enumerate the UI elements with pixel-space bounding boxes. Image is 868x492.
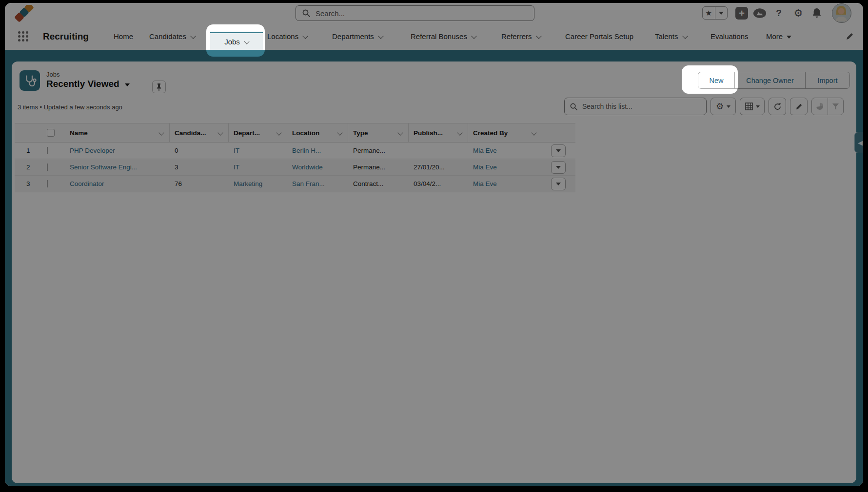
nav-item-evaluations[interactable]: Evaluations [710, 23, 749, 50]
nav-item-career-portals-setup[interactable]: Career Portals Setup [565, 23, 633, 50]
list-search-input[interactable] [581, 102, 706, 111]
favorites-star-icon[interactable]: ★ [703, 7, 715, 19]
nav-item-more[interactable]: More [766, 23, 791, 50]
column-header-type[interactable]: Type [348, 123, 409, 142]
row-actions-button[interactable] [551, 161, 566, 174]
location-link[interactable]: Berlin H... [292, 147, 321, 154]
location-link[interactable]: Worldwide [292, 164, 323, 171]
app-logo-icon [14, 5, 36, 24]
column-header-name[interactable]: Name [65, 123, 170, 142]
nav-item-candidates[interactable]: Candidates [149, 23, 195, 50]
list-search [564, 98, 707, 115]
nav-item-locations[interactable]: Locations [267, 23, 307, 50]
job-name-link[interactable]: Senior Software Engi... [70, 164, 137, 171]
nav-item-jobs[interactable]: Jobs [210, 32, 263, 50]
pin-list-view-button[interactable] [152, 81, 166, 93]
chevron-down-icon[interactable] [531, 130, 536, 135]
global-header: ★ + ? ⚙ [5, 3, 863, 23]
trailhead-icon[interactable] [752, 3, 767, 23]
chevron-down-icon[interactable] [158, 130, 164, 135]
nav-item-referral-bonuses[interactable]: Referral Bonuses [411, 23, 476, 50]
notifications-bell-icon[interactable] [810, 3, 823, 23]
type-cell: Contract... [348, 180, 409, 187]
row-checkbox[interactable] [47, 147, 48, 154]
caret-down-icon[interactable] [787, 36, 791, 39]
setup-gear-icon[interactable]: ⚙ [792, 3, 805, 23]
global-search-input[interactable] [315, 9, 534, 18]
column-header-department[interactable]: Depart... [229, 123, 287, 142]
department-link[interactable]: IT [234, 147, 239, 154]
nav-item-referrers[interactable]: Referrers [501, 23, 541, 50]
page-background: Jobs Recently Viewed 3 items • Updated a… [5, 62, 863, 486]
department-link[interactable]: Marketing [234, 180, 262, 187]
new-button[interactable]: New [698, 72, 734, 88]
type-cell: Permane... [348, 164, 409, 171]
nav-item-departments[interactable]: Departments [332, 23, 383, 50]
chevron-down-icon[interactable] [190, 33, 196, 39]
candidates-cell: 76 [170, 180, 229, 187]
app-name: Recruiting [43, 23, 89, 50]
nav-item-talents[interactable]: Talents [655, 23, 687, 50]
column-header-location[interactable]: Location [287, 123, 348, 142]
column-header-published[interactable]: Publish... [409, 123, 468, 142]
help-icon[interactable]: ? [773, 3, 784, 23]
column-header-candidates[interactable]: Candida... [170, 123, 229, 142]
global-search [296, 5, 534, 21]
caret-down-icon [556, 149, 561, 152]
chevron-down-icon[interactable] [457, 130, 462, 135]
department-link[interactable]: IT [234, 164, 239, 171]
job-name-link[interactable]: Coordinator [70, 180, 104, 187]
refresh-icon [773, 102, 782, 111]
change-owner-button[interactable]: Change Owner [734, 72, 805, 88]
chevron-down-icon[interactable] [276, 130, 281, 135]
edit-nav-pencil-icon[interactable] [846, 32, 854, 42]
pin-icon [156, 83, 162, 91]
table-row: 3 Coordinator 76 Marketing San Fran... C… [15, 176, 575, 192]
table-header-row: Name Candida... Depart... Location Type … [15, 123, 575, 143]
filter-button[interactable] [828, 98, 844, 115]
inline-edit-button[interactable] [790, 98, 808, 115]
created-by-link[interactable]: Mia Eve [473, 164, 497, 171]
chevron-down-icon[interactable] [682, 33, 688, 39]
chevron-down-icon[interactable] [303, 33, 308, 39]
column-header-created-by[interactable]: Created By [468, 123, 542, 142]
pencil-icon [795, 103, 803, 110]
caret-down-icon[interactable] [125, 83, 130, 86]
column-header-actions [542, 123, 575, 142]
user-avatar[interactable] [832, 3, 851, 23]
chevron-down-icon[interactable] [536, 33, 541, 39]
created-by-link[interactable]: Mia Eve [473, 180, 497, 187]
list-view-card: Jobs Recently Viewed 3 items • Updated a… [12, 62, 856, 483]
jobs-object-icon [20, 70, 40, 91]
favorites-dropdown-icon[interactable] [715, 7, 728, 19]
import-button[interactable]: Import [805, 72, 849, 88]
select-all-checkbox[interactable] [47, 129, 55, 137]
row-actions-button[interactable] [551, 178, 566, 190]
chevron-down-icon[interactable] [471, 33, 476, 39]
expand-panel-button[interactable]: ◀ [854, 132, 863, 153]
app-launcher-waffle-icon[interactable] [18, 31, 28, 41]
row-number: 3 [15, 180, 47, 187]
location-link[interactable]: San Fran... [292, 180, 325, 187]
chevron-down-icon[interactable] [244, 39, 249, 44]
global-add-icon[interactable]: + [735, 7, 748, 20]
display-as-button[interactable] [740, 98, 765, 115]
table-row: 1 PHP Developer 0 IT Berlin H... Permane… [15, 143, 575, 159]
chevron-down-icon[interactable] [397, 130, 403, 135]
row-actions-button[interactable] [551, 144, 566, 157]
row-checkbox[interactable] [47, 180, 48, 187]
object-label: Jobs [46, 71, 59, 78]
created-by-link[interactable]: Mia Eve [473, 147, 497, 154]
caret-down-icon [727, 105, 730, 108]
chevron-down-icon[interactable] [378, 33, 383, 39]
caret-down-icon [556, 166, 561, 169]
nav-item-home[interactable]: Home [114, 23, 133, 50]
list-view-selector[interactable]: Recently Viewed [46, 79, 130, 89]
refresh-button[interactable] [769, 98, 786, 115]
job-name-link[interactable]: PHP Developer [70, 147, 115, 154]
list-view-controls-button[interactable]: ⚙ [710, 98, 736, 115]
charts-button[interactable] [812, 98, 828, 115]
chevron-down-icon[interactable] [337, 130, 342, 135]
chevron-down-icon[interactable] [217, 130, 223, 135]
row-checkbox[interactable] [47, 164, 48, 171]
